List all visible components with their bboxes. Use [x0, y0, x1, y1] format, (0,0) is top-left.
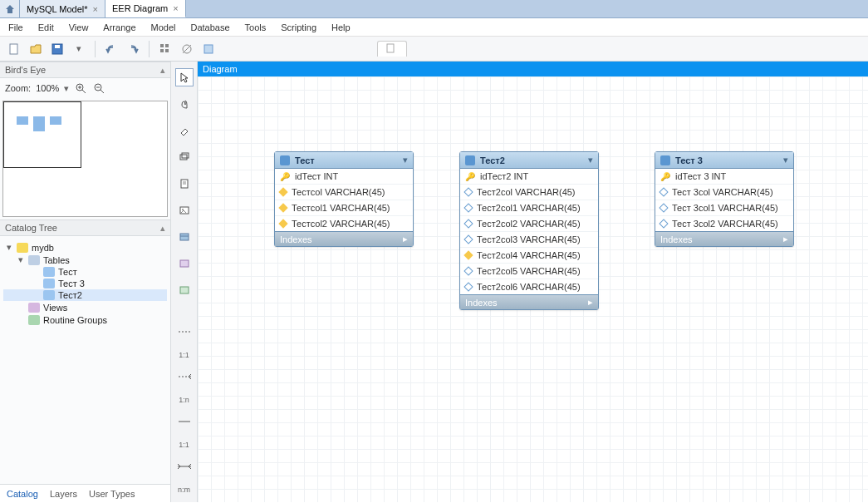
- open-button[interactable]: [27, 40, 45, 58]
- column-text: Тест2col6 VARCHAR(45): [477, 282, 581, 292]
- entity-column-row[interactable]: 🔑idТест2 INT: [460, 169, 598, 185]
- entity-column-row[interactable]: Тестcol VARCHAR(45): [275, 185, 413, 200]
- tree-routine-groups[interactable]: ▾Routine Groups: [3, 313, 167, 326]
- undo-button[interactable]: [102, 40, 120, 58]
- redo-button[interactable]: [124, 40, 142, 58]
- diagram-grid[interactable]: Тест▾🔑idТест INTТестcol VARCHAR(45)Тестc…: [198, 76, 868, 502]
- relation-1-1-id[interactable]: [175, 412, 194, 431]
- chevron-down-icon[interactable]: ▾: [588, 155, 593, 165]
- table-tool[interactable]: [175, 228, 194, 246]
- close-icon[interactable]: ×: [93, 4, 98, 14]
- entity-column-row[interactable]: Тест2col3 VARCHAR(45): [460, 232, 598, 248]
- save-button[interactable]: [48, 40, 66, 58]
- entity-column-row[interactable]: Тест 3col VARCHAR(45): [655, 185, 793, 200]
- zoom-out-button[interactable]: [92, 81, 105, 95]
- entity-column-row[interactable]: 🔑idТест INT: [275, 169, 413, 185]
- entity-table[interactable]: Тест▾🔑idТест INTТестcol VARCHAR(45)Тестc…: [274, 151, 414, 247]
- catalog-tree: ▾mydb ▾Tables Тест Тест 3 Тест2 ▾Views ▾…: [0, 236, 170, 484]
- tree-db[interactable]: ▾mydb: [3, 241, 167, 254]
- tab-mysql-model[interactable]: MySQL Model* ×: [20, 0, 105, 17]
- menu-model[interactable]: Model: [151, 22, 176, 32]
- tab-label: EER Diagram: [112, 3, 168, 13]
- image-tool[interactable]: [175, 201, 194, 219]
- tree-table-item[interactable]: Тест2: [3, 289, 167, 301]
- birds-eye-viewport[interactable]: [3, 101, 81, 168]
- menu-arrange[interactable]: Arrange: [103, 22, 135, 32]
- menu-edit[interactable]: Edit: [38, 22, 54, 32]
- entity-column-row[interactable]: Тест2col6 VARCHAR(45): [460, 279, 598, 294]
- relation-1-n-non-id[interactable]: [175, 367, 194, 386]
- entity-column-row[interactable]: Тест2col5 VARCHAR(45): [460, 264, 598, 279]
- routine-group-tool[interactable]: [175, 281, 194, 299]
- entity-column-row[interactable]: Тестcol2 VARCHAR(45): [275, 216, 413, 231]
- menu-view[interactable]: View: [69, 22, 89, 32]
- sidebar-tab-layers[interactable]: Layers: [50, 489, 77, 499]
- tree-twisty-icon[interactable]: ▾: [5, 242, 13, 253]
- svg-rect-3: [160, 44, 164, 47]
- table-icon: [43, 290, 55, 300]
- sidebar-tab-catalog[interactable]: Catalog: [7, 489, 38, 499]
- tree-tables-folder[interactable]: ▾Tables: [3, 254, 167, 266]
- eraser-tool[interactable]: [175, 121, 194, 140]
- entity-indexes-bar[interactable]: Indexes▸: [275, 231, 413, 246]
- menu-database[interactable]: Database: [190, 22, 229, 32]
- toggle-button[interactable]: [178, 40, 196, 58]
- chevron-right-icon[interactable]: ▸: [588, 297, 593, 308]
- entity-column-row[interactable]: Тест2col VARCHAR(45): [460, 185, 598, 200]
- layer-icon: [179, 151, 190, 163]
- close-icon[interactable]: ×: [173, 3, 178, 13]
- sidebar-tab-user-types[interactable]: User Types: [89, 489, 135, 499]
- menu-help[interactable]: Help: [331, 22, 351, 32]
- tree-table-item[interactable]: Тест: [3, 266, 167, 278]
- zoom-in-icon: [75, 82, 86, 94]
- validate-button[interactable]: [199, 40, 218, 58]
- chevron-down-icon[interactable]: ▾: [783, 155, 788, 165]
- entity-indexes-bar[interactable]: Indexes▸: [655, 231, 793, 246]
- relation-1-1-non-id[interactable]: [175, 323, 194, 341]
- note-tool[interactable]: [175, 175, 194, 193]
- table-tool-icon: [179, 231, 190, 243]
- collapse-icon[interactable]: ▴: [160, 65, 165, 76]
- file-tab[interactable]: [377, 41, 407, 57]
- entity-table[interactable]: Тест2▾🔑idТест2 INTТест2col VARCHAR(45)Те…: [459, 151, 599, 310]
- entity-column-row[interactable]: Тест2col4 VARCHAR(45): [460, 248, 598, 264]
- home-tab[interactable]: [0, 0, 20, 17]
- chevron-right-icon[interactable]: ▸: [403, 234, 408, 244]
- entity-column-row[interactable]: Тест2col2 VARCHAR(45): [460, 216, 598, 232]
- entity-column-row[interactable]: 🔑idТест 3 INT: [655, 169, 793, 185]
- grid-button[interactable]: [156, 40, 174, 58]
- tab-eer-diagram[interactable]: EER Diagram ×: [105, 0, 186, 17]
- view-tool[interactable]: [175, 254, 194, 273]
- tree-twisty-icon[interactable]: ▾: [17, 254, 25, 265]
- tree-table-item[interactable]: Тест 3: [3, 278, 167, 289]
- relation-n-m[interactable]: [175, 457, 194, 476]
- redo-icon: [126, 42, 140, 56]
- tree-views[interactable]: ▾Views: [3, 301, 167, 313]
- entity-header[interactable]: Тест 3▾: [655, 152, 793, 169]
- entity-column-row[interactable]: Тест2col1 VARCHAR(45): [460, 200, 598, 216]
- entity-table[interactable]: Тест 3▾🔑idТест 3 INTТест 3col VARCHAR(45…: [655, 151, 794, 247]
- chevron-down-icon[interactable]: ▾: [403, 155, 408, 165]
- collapse-icon[interactable]: ▴: [160, 223, 165, 234]
- birds-eye-canvas[interactable]: [2, 101, 168, 217]
- chevron-down-icon[interactable]: ▾: [64, 83, 69, 94]
- dropdown-button[interactable]: ▾: [70, 40, 88, 58]
- hand-tool[interactable]: [175, 95, 194, 113]
- menu-file[interactable]: File: [8, 22, 23, 32]
- pointer-tool[interactable]: [175, 68, 194, 86]
- menu-scripting[interactable]: Scripting: [281, 22, 316, 32]
- column-text: Тестcol VARCHAR(45): [292, 187, 385, 197]
- relation-label: n:m: [178, 486, 190, 494]
- entity-column-row[interactable]: Тестcol1 VARCHAR(45): [275, 200, 413, 216]
- entity-column-row[interactable]: Тест 3col1 VARCHAR(45): [655, 200, 793, 216]
- entity-column-row[interactable]: Тест 3col2 VARCHAR(45): [655, 216, 793, 231]
- menu-tools[interactable]: Tools: [245, 22, 267, 32]
- entity-header[interactable]: Тест▾: [275, 152, 413, 169]
- zoom-in-button[interactable]: [74, 81, 87, 95]
- new-document-button[interactable]: [5, 40, 23, 58]
- diamond-icon: [278, 219, 287, 228]
- layer-tool[interactable]: [175, 148, 194, 166]
- entity-header[interactable]: Тест2▾: [460, 152, 598, 169]
- entity-indexes-bar[interactable]: Indexes▸: [460, 294, 598, 309]
- chevron-right-icon[interactable]: ▸: [783, 234, 788, 244]
